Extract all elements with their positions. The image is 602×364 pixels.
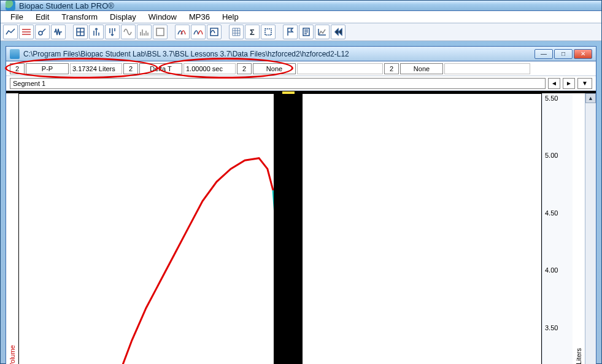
titlebar[interactable]: Biopac Student Lab PRO®	[1, 1, 601, 11]
menu-file[interactable]: File	[4, 11, 29, 23]
waveform-icon[interactable]	[51, 25, 66, 39]
svg-rect-4	[265, 29, 271, 35]
meas1-channel[interactable]: 2	[123, 63, 138, 74]
meas3-channel[interactable]: 2	[384, 63, 399, 74]
scroll-up-button[interactable]: ▲	[585, 93, 596, 103]
toolbar: Σ	[1, 23, 601, 41]
segment-prev-button[interactable]: ◄	[548, 78, 560, 89]
meas3-func[interactable]: None	[400, 63, 443, 74]
menu-window[interactable]: Window	[142, 11, 183, 23]
document-window: C:\Program Files\Biopac Student Lab\BSL …	[6, 46, 596, 364]
menu-help[interactable]: Help	[216, 11, 245, 23]
bar-up-icon[interactable]	[89, 25, 104, 39]
meas0-value: 3.17324 Liters	[70, 63, 122, 74]
meas2-func[interactable]: None	[253, 63, 296, 74]
menu-mp36[interactable]: MP36	[183, 11, 216, 23]
journal-icon[interactable]	[299, 25, 314, 39]
stacked-lines-icon[interactable]	[19, 25, 34, 39]
selection-handle-icon[interactable]	[282, 91, 295, 94]
app-window: Biopac Student Lab PRO® File Edit Transf…	[0, 0, 602, 364]
grid-icon[interactable]	[229, 25, 244, 39]
meas0-channel[interactable]: 2	[10, 63, 25, 74]
document-titlebar[interactable]: C:\Program Files\Biopac Student Lab\BSL …	[6, 47, 596, 61]
sine-chart-icon[interactable]	[121, 25, 136, 39]
meas1-value: 1.00000 sec	[183, 63, 236, 74]
svg-rect-2	[156, 28, 164, 36]
measurement-row: 2 P-P 3.17324 Liters 2 Delta T 1.00000 s…	[6, 61, 596, 76]
meas3-value	[444, 63, 530, 74]
svg-point-0	[39, 31, 42, 35]
menu-transform[interactable]: Transform	[55, 11, 104, 23]
menubar: File Edit Transform Display Window MP36 …	[1, 11, 601, 23]
meas2-channel[interactable]: 2	[237, 63, 252, 74]
doc-close-button[interactable]: ✕	[574, 49, 592, 59]
y-tick: 3.50	[545, 324, 570, 331]
overlap-a-icon[interactable]	[175, 25, 190, 39]
series-line	[19, 158, 273, 364]
segment-dropdown-button[interactable]: ▼	[577, 78, 592, 89]
document-icon	[10, 49, 20, 59]
plot-area: Volume 5.505.004.504.003.503.002.502.001…	[6, 91, 596, 364]
menu-display[interactable]: Display	[104, 11, 142, 23]
sigma-icon[interactable]: Σ	[245, 25, 260, 39]
chart-canvas[interactable]	[18, 93, 542, 364]
y-tick: 5.00	[545, 152, 570, 159]
segment-row: Segment 1 ◄ ► ▼	[6, 76, 596, 91]
y-tick: 4.00	[545, 266, 570, 274]
chart-area-icon[interactable]	[315, 25, 330, 39]
segment-label[interactable]: Segment 1	[10, 78, 546, 89]
line-graph-icon[interactable]	[3, 25, 18, 39]
y-scale[interactable]: 5.505.004.504.003.503.002.502.001.501.00	[542, 93, 573, 364]
selection-icon[interactable]	[261, 25, 276, 39]
meas0-func[interactable]: P-P	[26, 63, 69, 74]
flag-icon[interactable]	[283, 25, 298, 39]
menu-edit[interactable]: Edit	[29, 11, 55, 23]
meas2-value	[297, 63, 383, 74]
selection-band[interactable]	[274, 94, 303, 364]
window-title: Biopac Student Lab PRO®	[19, 1, 114, 10]
rewind-icon[interactable]	[331, 25, 345, 39]
app-logo-icon	[6, 1, 15, 10]
overlap-b-icon[interactable]	[191, 25, 206, 39]
meas1-func[interactable]: Delta T	[139, 63, 182, 74]
document-area: C:\Program Files\Biopac Student Lab\BSL …	[1, 41, 601, 364]
xy-mode-icon[interactable]	[35, 25, 50, 39]
y-tick: 4.50	[545, 209, 570, 217]
y-tick: 5.50	[545, 95, 570, 102]
segment-next-button[interactable]: ►	[563, 78, 575, 89]
overlap-c-icon[interactable]	[207, 25, 222, 39]
autoscale-icon[interactable]	[73, 25, 88, 39]
y-axis-label-right: Liters	[573, 93, 585, 364]
chart-box-icon[interactable]	[153, 25, 168, 39]
histogram-icon[interactable]	[137, 25, 152, 39]
doc-maximize-button[interactable]: □	[554, 49, 573, 59]
document-path: C:\Program Files\Biopac Student Lab\BSL …	[23, 50, 534, 58]
y-axis-label-left: Volume	[6, 93, 18, 364]
bar-down-icon[interactable]	[105, 25, 120, 39]
doc-minimize-button[interactable]: —	[534, 49, 553, 59]
vertical-scrollbar[interactable]: ▲ ▼	[585, 93, 596, 364]
